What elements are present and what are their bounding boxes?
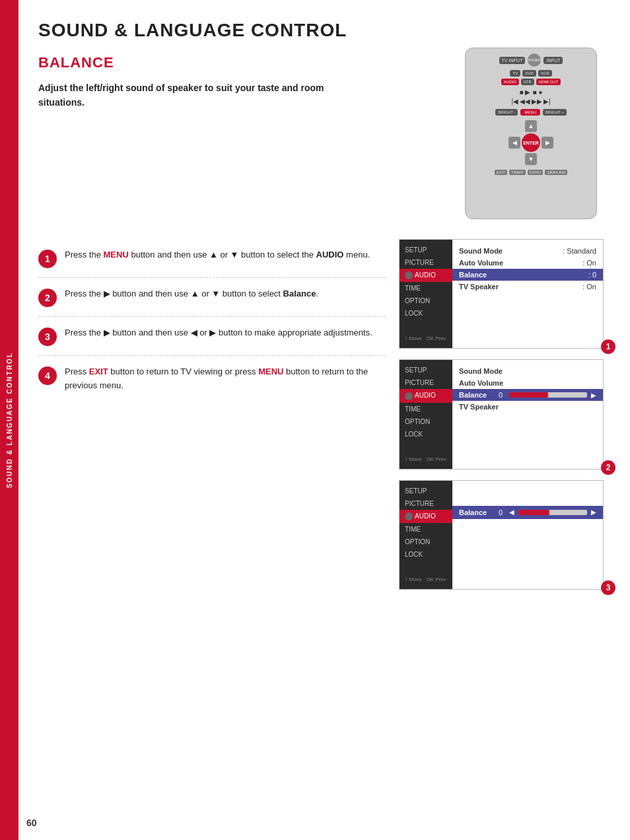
s3-menu-audio: AUDIO [400, 510, 452, 523]
screen-3-menu: SETUP PICTURE AUDIO TIME OPTION LOCK ↕ M… [400, 481, 452, 589]
ratio-btn: RATIO [528, 170, 543, 175]
s2-autovolume-label: Auto Volume [459, 379, 503, 387]
screen-1-content: Sound Mode : Standard Auto Volume : On B… [452, 240, 603, 348]
screen-3-content: Balance 0 ◀ ▶ [452, 481, 603, 589]
screen-row-balance: Balance : 0 [452, 269, 603, 281]
s3-balance-val: 0 [496, 508, 505, 516]
s2-row-tvspeaker: TV Speaker [459, 401, 596, 413]
button-to-text: button to [241, 250, 275, 260]
s2-balance-val: 0 [496, 391, 505, 399]
menu-picture: PICTURE [400, 256, 452, 269]
step-2-number: 2 [38, 289, 57, 307]
s3-slider-fill [518, 510, 549, 515]
s2-row-soundmode: Sound Mode [459, 365, 596, 377]
step-3: 3 Press the ▶ button and then use ◀ or ▶… [38, 317, 386, 356]
screen-3: SETUP PICTURE AUDIO TIME OPTION LOCK ↕ M… [399, 480, 604, 590]
s2-menu-option: OPTION [400, 415, 452, 428]
s3-menu-option: OPTION [400, 536, 452, 548]
step-4-number: 4 [38, 367, 57, 385]
menu-bottom: ↕ Move OK Prev [400, 333, 452, 344]
menu-lock: LOCK [400, 307, 452, 320]
s3-menu-bottom: ↕ Move OK Prev [400, 574, 452, 585]
screen-wrap-2: SETUP PICTURE AUDIO TIME OPTION LOCK ↕ M… [399, 359, 610, 469]
s2-menu-bottom: ↕ Move OK Prev [400, 454, 452, 465]
menu-option: OPTION [400, 295, 452, 307]
exit-btn: EXIT [495, 170, 507, 175]
description: Adjust the left/right sound of speaker t… [38, 81, 355, 110]
step-3-number: 3 [38, 328, 57, 346]
power-btn: POWER [528, 53, 541, 67]
screen-row-autovolume: Auto Volume : On [459, 257, 596, 269]
audio-btn: AUDIO [501, 79, 519, 85]
steps-area: 1 Press the MENU button and then use ▲ o… [38, 239, 610, 590]
screen-1-number: 1 [601, 339, 615, 354]
s3-menu-lock: LOCK [400, 548, 452, 561]
soundmode-value: : Standard [563, 247, 596, 255]
page-number: 60 [26, 818, 37, 828]
bright-minus-btn: BRIGHT - [495, 109, 518, 116]
menu-btn: MENU [520, 109, 540, 116]
step-1: 1 Press the MENU button and then use ▲ o… [38, 239, 386, 278]
menu-keyword: MENU [104, 250, 129, 260]
s3-left-arrow: ◀ [509, 508, 514, 516]
step-4-text: Press EXIT button to return to TV viewin… [65, 365, 386, 393]
balance-keyword: Balance [283, 289, 316, 298]
s3-right-arrow: ▶ [591, 508, 596, 516]
s2-menu-picture: PICTURE [400, 376, 452, 389]
section-title: BALANCE [38, 54, 452, 71]
steps-list: 1 Press the MENU button and then use ▲ o… [38, 239, 386, 402]
sidebar: SOUND & LANGUAGE CONTROL [0, 0, 18, 840]
top-area: BALANCE Adjust the left/right sound of s… [38, 54, 610, 219]
audio-keyword: AUDIO [316, 250, 344, 260]
screen-3-number: 3 [601, 580, 615, 595]
s2-menu-time: TIME [400, 403, 452, 415]
menu-audio: AUDIO [400, 269, 452, 282]
step-2: 2 Press the ▶ button and then use ▲ or ▼… [38, 278, 386, 317]
screen-2-number: 2 [601, 460, 615, 475]
left-btn: ◀ [508, 137, 520, 149]
soundmode-label: Sound Mode [459, 247, 503, 255]
sidebar-text: SOUND & LANGUAGE CONTROL [6, 352, 13, 488]
menu-keyword-2: MENU [258, 367, 283, 376]
s2-menu-lock: LOCK [400, 428, 452, 440]
step-3-text: Press the ▶ button and then use ◀ or ▶ b… [65, 326, 386, 340]
screen-1-menu: SETUP PICTURE AUDIO TIME OPTION LOCK ↕ M… [400, 240, 452, 348]
s2-row-autovolume: Auto Volume [459, 377, 596, 389]
autovolume-label: Auto Volume [459, 259, 503, 267]
screen-2: SETUP PICTURE AUDIO TIME OPTION LOCK ↕ M… [399, 359, 604, 469]
menu-setup: SETUP [400, 244, 452, 256]
tv-input-btn: TV INPUT [499, 57, 526, 64]
remote-image: TV INPUT POWER INPUT TV DVD VCR AUDIO ST… [465, 48, 610, 219]
s3-balance-row: Balance 0 ◀ ▶ [452, 506, 603, 519]
exit-keyword: EXIT [89, 367, 108, 376]
autovolume-value: : On [582, 259, 596, 267]
enter-btn: ENTER [522, 133, 540, 152]
step-1-text: Press the MENU button and then use ▲ or … [65, 248, 386, 262]
s2-balance-row: Balance 0 ▶ [452, 389, 603, 401]
s3-slider-track [518, 510, 587, 515]
bright-plus-btn: BRIGHT + [543, 109, 567, 116]
s3-menu-setup: SETUP [400, 485, 452, 497]
menu-time: TIME [400, 282, 452, 295]
screen-2-content: Sound Mode Auto Volume Balance 0 [452, 360, 603, 468]
dpad: ▲ ◀ ENTER ▶ ▼ [508, 120, 553, 165]
hdmi-out-btn: HDMI OUT [536, 79, 561, 85]
s2-soundmode-label: Sound Mode [459, 367, 503, 375]
timer-btn: TIMER [509, 170, 526, 175]
up-btn: ▲ [525, 120, 537, 132]
top-left: BALANCE Adjust the left/right sound of s… [38, 54, 452, 123]
screen-row-soundmode: Sound Mode : Standard [459, 245, 596, 257]
main-content: SOUND & LANGUAGE CONTROL BALANCE Adjust … [18, 0, 630, 610]
screen-2-menu: SETUP PICTURE AUDIO TIME OPTION LOCK ↕ M… [400, 360, 452, 468]
step-1-number: 1 [38, 250, 57, 268]
input-btn: INPUT [543, 57, 563, 64]
remote-control: TV INPUT POWER INPUT TV DVD VCR AUDIO ST… [465, 48, 597, 219]
s2-balance-label: Balance [459, 391, 492, 399]
screenshots: SETUP PICTURE AUDIO TIME OPTION LOCK ↕ M… [399, 239, 610, 590]
balance-label: Balance [459, 271, 487, 279]
simplink-btn: SIMPLINK [545, 170, 567, 175]
screen-wrap-1: SETUP PICTURE AUDIO TIME OPTION LOCK ↕ M… [399, 239, 610, 349]
screen-wrap-3: SETUP PICTURE AUDIO TIME OPTION LOCK ↕ M… [399, 480, 610, 590]
s2-menu-setup: SETUP [400, 364, 452, 376]
page-title: SOUND & LANGUAGE CONTROL [38, 20, 610, 41]
